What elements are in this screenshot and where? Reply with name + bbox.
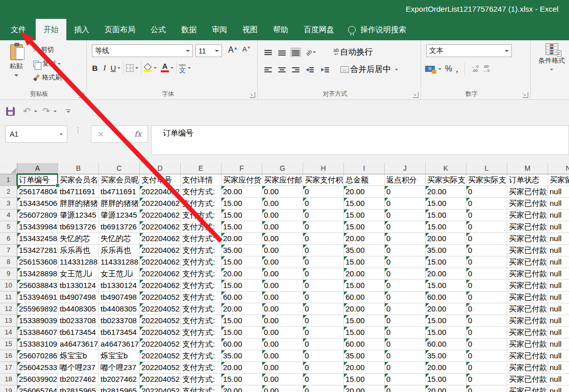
cell-L2[interactable]: 0: [466, 186, 507, 198]
cell-B7[interactable]: 乐乐再也: [58, 245, 99, 256]
cell-D5[interactable]: 202204062: [140, 221, 181, 233]
cell-J5[interactable]: 0: [385, 221, 426, 233]
tab-公式[interactable]: 公式: [143, 19, 174, 40]
decrease-decimal-button[interactable]: .00→.0: [482, 65, 490, 73]
cell-G5[interactable]: 0.00: [262, 221, 303, 233]
cell-A7[interactable]: 153427281: [17, 245, 58, 256]
cell-L12[interactable]: 0: [466, 303, 507, 315]
cell-N3[interactable]: null: [548, 198, 569, 210]
column-header-G[interactable]: G: [262, 163, 303, 174]
number-format-combobox[interactable]: 文本: [426, 44, 512, 57]
cell-F12[interactable]: 20.00: [221, 303, 262, 315]
column-header-K[interactable]: K: [426, 163, 466, 174]
formula-bar-resizer[interactable]: ⋮: [75, 128, 82, 132]
cell-I19[interactable]: 20.00: [344, 385, 385, 392]
cell-I11[interactable]: 60.00: [344, 292, 385, 303]
cell-D6[interactable]: 202204062: [140, 233, 181, 245]
cell-F10[interactable]: 15.00: [221, 280, 262, 292]
cell-G6[interactable]: 0.00: [262, 233, 303, 245]
bold-button[interactable]: B: [90, 64, 100, 72]
cell-B13[interactable]: tb0233708: [58, 315, 99, 327]
cell-C6[interactable]: 失忆的芯: [99, 233, 140, 245]
cell-J7[interactable]: 0: [385, 245, 426, 256]
column-header-F[interactable]: F: [221, 163, 262, 174]
cell-E11[interactable]: 支付方式:: [181, 292, 221, 303]
column-header-B[interactable]: B: [58, 163, 99, 174]
cell-K15[interactable]: 60.00: [426, 338, 466, 350]
copy-button[interactable]: 复制: [32, 58, 63, 69]
percent-style-button[interactable]: %: [445, 64, 452, 73]
alignment-dialog-launcher[interactable]: ↘: [413, 92, 418, 98]
conditional-formatting-button[interactable]: ≠ 条件格式: [535, 43, 568, 73]
cell-N17[interactable]: null: [548, 362, 569, 374]
comma-style-button[interactable]: ,: [456, 66, 458, 71]
cell-E16[interactable]: 支付方式:: [181, 350, 221, 362]
cell-I2[interactable]: 20.00: [344, 186, 385, 198]
cell-A13[interactable]: 153389039: [17, 315, 58, 327]
cell-L8[interactable]: 0: [466, 256, 507, 268]
italic-button[interactable]: I: [100, 64, 109, 72]
cell-D13[interactable]: 202204052: [140, 315, 181, 327]
grow-font-button[interactable]: A▲: [227, 45, 239, 55]
tab-百度网盘[interactable]: 百度网盘: [296, 19, 342, 40]
cell-H19[interactable]: 0: [303, 385, 344, 392]
cell-K16[interactable]: 35.00: [426, 350, 466, 362]
accounting-format-button[interactable]: [425, 66, 435, 72]
cell-D3[interactable]: 202204062: [140, 198, 181, 210]
cell-G1[interactable]: 买家应付邮: [262, 174, 303, 186]
cell-M6[interactable]: 买家已付款: [507, 233, 548, 245]
cell-D14[interactable]: 202204052: [140, 327, 181, 338]
cell-F18[interactable]: 15.00: [221, 374, 262, 385]
font-name-combobox[interactable]: 等线: [92, 44, 193, 57]
cell-C10[interactable]: tb1330124: [99, 280, 140, 292]
cell-F3[interactable]: 15.00: [221, 198, 262, 210]
cell-C2[interactable]: tb4711691: [99, 186, 140, 198]
cell-E8[interactable]: 支付方式:: [181, 256, 221, 268]
cell-F7[interactable]: 35.00: [221, 245, 262, 256]
row-header-11[interactable]: 11: [0, 292, 17, 303]
cell-B15[interactable]: a46473617: [58, 338, 99, 350]
cell-H3[interactable]: 0: [303, 198, 344, 210]
cell-E3[interactable]: 支付方式:: [181, 198, 221, 210]
cell-E4[interactable]: 支付方式:: [181, 210, 221, 221]
cell-E13[interactable]: 支付方式:: [181, 315, 221, 327]
cell-C12[interactable]: tb4408305: [99, 303, 140, 315]
cell-A3[interactable]: 153434506: [17, 198, 58, 210]
cell-H12[interactable]: 0: [303, 303, 344, 315]
cell-M15[interactable]: 买家已付款: [507, 338, 548, 350]
cell-A11[interactable]: 153394691: [17, 292, 58, 303]
cell-E12[interactable]: 支付方式:: [181, 303, 221, 315]
row-header-14[interactable]: 14: [0, 327, 17, 338]
cell-A5[interactable]: 153439984: [17, 221, 58, 233]
cell-M4[interactable]: 买家已付款: [507, 210, 548, 221]
cell-I17[interactable]: 20.00: [344, 362, 385, 374]
increase-indent-button[interactable]: ▶: [319, 65, 332, 74]
cell-B6[interactable]: 失忆的芯: [58, 233, 99, 245]
cell-H9[interactable]: 0: [303, 268, 344, 280]
cell-H13[interactable]: 0: [303, 315, 344, 327]
cell-E17[interactable]: 支付方式:: [181, 362, 221, 374]
cell-C7[interactable]: 乐乐再也: [99, 245, 140, 256]
cell-C18[interactable]: tb2027462: [99, 374, 140, 385]
cell-H1[interactable]: 买家支付积: [303, 174, 344, 186]
cell-A8[interactable]: 256153608: [17, 256, 58, 268]
cell-C8[interactable]: 114331288: [99, 256, 140, 268]
cell-M7[interactable]: 买家已付款: [507, 245, 548, 256]
column-header-N[interactable]: N: [548, 163, 569, 174]
cell-E15[interactable]: 支付方式:: [181, 338, 221, 350]
cell-N8[interactable]: null: [548, 256, 569, 268]
cell-F19[interactable]: 20.00: [221, 385, 262, 392]
borders-button[interactable]: [126, 64, 134, 72]
cell-I5[interactable]: 15.00: [344, 221, 385, 233]
row-header-6[interactable]: 6: [0, 233, 17, 245]
cell-G17[interactable]: 0.00: [262, 362, 303, 374]
cell-M10[interactable]: 买家已付款: [507, 280, 548, 292]
cell-F8[interactable]: 15.00: [221, 256, 262, 268]
cell-C5[interactable]: tb6913726: [99, 221, 140, 233]
column-header-A[interactable]: A: [17, 163, 58, 174]
cell-N10[interactable]: null: [548, 280, 569, 292]
format-painter-button[interactable]: 格式刷: [32, 72, 63, 83]
cell-E6[interactable]: 支付方式:: [181, 233, 221, 245]
cell-I14[interactable]: 15.00: [344, 327, 385, 338]
cell-H14[interactable]: 0: [303, 327, 344, 338]
